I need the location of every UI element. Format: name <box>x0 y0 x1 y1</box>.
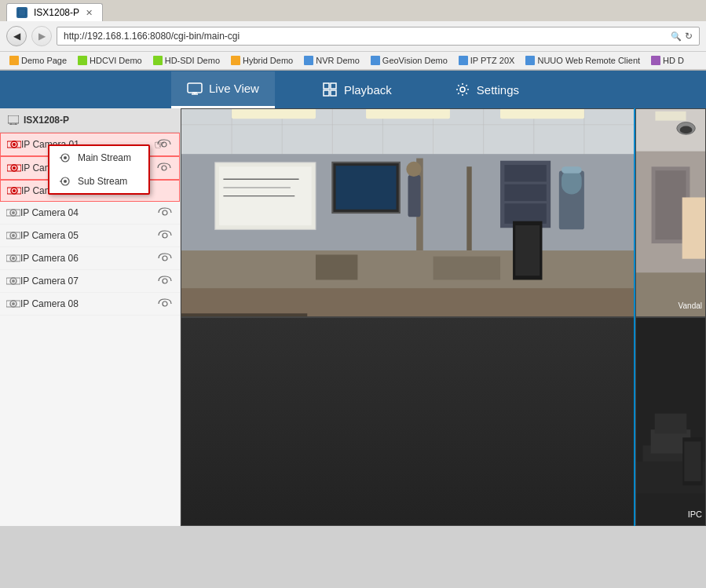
context-menu-sub-stream[interactable]: Sub Stream <box>49 170 148 193</box>
svg-point-84 <box>406 162 421 177</box>
bookmark-hybrid[interactable]: Hybrid Demo <box>226 54 298 67</box>
playback-label: Playback <box>344 83 392 97</box>
device-name: ISX1208-P <box>24 115 69 126</box>
forward-button[interactable]: ▶ <box>31 26 52 46</box>
svg-point-22 <box>64 180 67 183</box>
bookmark-label: Demo Page <box>21 56 67 65</box>
side-top-video-feed <box>636 109 705 316</box>
camera-icon-08 <box>6 298 20 309</box>
bookmark-nvr[interactable]: NVR Demo <box>299 54 364 67</box>
camera-settings-02[interactable] <box>155 162 173 174</box>
bookmark-icon <box>459 56 468 65</box>
sub-stream-label: Sub Stream <box>78 176 127 187</box>
svg-point-101 <box>680 126 693 134</box>
svg-point-10 <box>460 87 465 92</box>
camera-settings-06[interactable] <box>156 252 174 265</box>
camera-settings-04[interactable] <box>156 206 174 219</box>
svg-rect-88 <box>433 257 500 280</box>
side-top-video-cell[interactable]: Vandal <box>635 108 706 317</box>
svg-point-50 <box>12 302 15 305</box>
bookmark-hdcvi[interactable]: HDCVI Demo <box>73 54 147 67</box>
svg-point-24 <box>162 142 166 147</box>
side-bottom-video-cell[interactable]: IPC <box>635 317 706 526</box>
bookmark-icon <box>153 56 163 65</box>
svg-point-42 <box>12 257 15 260</box>
svg-point-47 <box>163 279 167 283</box>
svg-rect-65 <box>500 109 584 119</box>
camera-settings-08[interactable] <box>156 298 174 310</box>
svg-rect-6 <box>324 83 329 89</box>
sidebar: ISX1208-P IP Camera 01 Main Stream <box>0 108 181 526</box>
sidebar-header: ISX1208-P <box>0 108 180 133</box>
bookmark-demo-page[interactable]: Demo Page <box>5 54 71 67</box>
svg-rect-77 <box>504 165 546 181</box>
browser-tab[interactable]: ISX1208-P ✕ <box>6 3 103 21</box>
address-bar[interactable]: http://192.168.1.166:8080/cgi-bin/main-c… <box>57 27 700 46</box>
camera-icon-04 <box>6 207 20 218</box>
sub-stream-icon <box>59 175 71 188</box>
camera-item-07[interactable]: IP Camera 07 <box>0 270 180 293</box>
svg-rect-90 <box>515 225 540 276</box>
svg-point-19 <box>64 156 67 159</box>
bookmark-hdsdi[interactable]: HD-SDI Demo <box>148 54 225 67</box>
context-menu-main-stream[interactable]: Main Stream <box>49 146 148 170</box>
camera-item-06[interactable]: IP Camera 06 <box>0 247 180 270</box>
bookmark-geovision[interactable]: GeoVision Demo <box>366 54 452 67</box>
bookmark-nuuo[interactable]: NUUO Web Remote Client <box>521 54 645 67</box>
bookmark-label: HD-SDI Demo <box>165 56 220 65</box>
back-button[interactable]: ◀ <box>6 26 27 46</box>
svg-rect-75 <box>466 166 471 250</box>
nav-playback[interactable]: Playback <box>306 72 408 107</box>
camera-settings-01[interactable] <box>155 138 173 151</box>
bottom-video-cell[interactable] <box>181 317 635 526</box>
nav-settings[interactable]: Settings <box>439 72 535 107</box>
camera-settings-07[interactable] <box>156 275 174 287</box>
svg-rect-87 <box>316 254 357 279</box>
svg-point-31 <box>13 189 16 192</box>
nav-live-view[interactable]: Live View <box>171 71 275 108</box>
refresh-icon[interactable]: ↻ <box>685 31 693 42</box>
camera-icon-07 <box>6 276 20 287</box>
gear-icon <box>455 82 470 97</box>
svg-point-34 <box>12 211 15 214</box>
svg-rect-112 <box>684 441 701 481</box>
svg-rect-1 <box>19 9 25 16</box>
tab-close-button[interactable]: ✕ <box>86 8 93 18</box>
side-bottom-video-feed <box>636 318 705 525</box>
svg-rect-64 <box>366 109 450 119</box>
camera-item-08[interactable]: IP Camera 08 <box>0 293 180 316</box>
bookmark-hd[interactable]: HD D <box>646 54 689 67</box>
bookmark-label: HD D <box>663 56 684 65</box>
svg-point-35 <box>163 210 167 215</box>
settings-label: Settings <box>477 83 519 97</box>
camera-icon-05 <box>6 230 20 241</box>
svg-rect-97 <box>655 170 686 239</box>
svg-rect-109 <box>655 414 687 433</box>
favicon-icon <box>18 9 26 16</box>
svg-rect-9 <box>331 90 336 96</box>
bookmark-label: HDCVI Demo <box>90 56 142 65</box>
camera-item-04[interactable]: IP Camera 04 <box>0 202 180 225</box>
camera-name-04: IP Camera 04 <box>20 207 156 218</box>
browser-toolbar: ◀ ▶ http://192.168.1.166:8080/cgi-bin/ma… <box>0 21 706 52</box>
camera-item-05[interactable]: IP Camera 05 <box>0 225 180 247</box>
bookmark-icon <box>231 56 240 65</box>
bookmark-icon <box>651 56 660 65</box>
tab-favicon <box>16 7 27 18</box>
svg-rect-11 <box>8 115 19 123</box>
camera-item-01[interactable]: IP Camera 01 Main Stream Sub Stream <box>0 133 180 156</box>
camera-name-07: IP Camera 07 <box>20 276 156 287</box>
camera-icon-03 <box>7 185 21 196</box>
device-icon <box>8 115 19 125</box>
bookmark-label: GeoVision Demo <box>382 56 448 65</box>
bookmark-icon <box>525 56 535 65</box>
main-content: ISX1208-P IP Camera 01 Main Stream <box>0 108 706 526</box>
bookmark-ipPTZ[interactable]: IP PTZ 20X <box>454 54 520 67</box>
svg-point-43 <box>163 256 167 261</box>
svg-rect-78 <box>504 184 546 201</box>
app-container: Live View Playback Settings ISX1208-P <box>0 71 706 526</box>
bottom-video-feed <box>181 318 635 525</box>
camera-settings-05[interactable] <box>156 229 174 242</box>
bookmark-icon <box>9 56 19 65</box>
main-video-cell[interactable]: 2018-03-19 01:19:35 <box>181 108 635 317</box>
